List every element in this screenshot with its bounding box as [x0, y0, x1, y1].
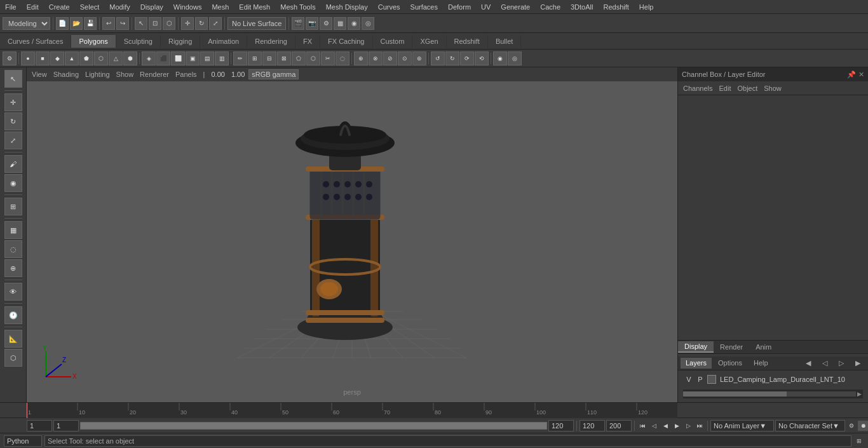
menu-surfaces[interactable]: Surfaces: [405, 2, 443, 12]
tab-animation[interactable]: Animation: [200, 35, 247, 48]
step-fwd-btn[interactable]: ▷: [683, 421, 693, 431]
tool13-icon[interactable]: ▤: [200, 51, 214, 65]
menu-cache[interactable]: Cache: [535, 2, 566, 12]
menu-uv[interactable]: UV: [476, 2, 496, 12]
vp-show-menu[interactable]: Show: [114, 71, 137, 78]
snap-grid-btn[interactable]: ▦: [4, 221, 22, 239]
tab-layers[interactable]: Layers: [681, 358, 712, 369]
step-back-btn[interactable]: ◁: [649, 421, 659, 431]
undo-btn[interactable]: ↩: [102, 17, 115, 30]
uv4-icon[interactable]: ⊙: [398, 51, 412, 65]
frame-start-field[interactable]: 1: [53, 420, 79, 431]
layer-arrow-left[interactable]: ◀: [801, 358, 816, 369]
history-btn[interactable]: 🕐: [4, 306, 22, 324]
layer-scroll-right-btn[interactable]: ▶: [856, 391, 863, 397]
python-tab[interactable]: Python: [4, 435, 42, 447]
tab-bullet[interactable]: Bullet: [488, 35, 522, 48]
tab-fx[interactable]: FX: [295, 35, 320, 48]
render-extra2-btn[interactable]: ◎: [362, 17, 374, 30]
tool11-icon[interactable]: ⬜: [171, 51, 185, 65]
bevel-icon[interactable]: ⊠: [277, 51, 291, 65]
snap-point-btn[interactable]: ⊕: [4, 259, 22, 277]
edit-menu[interactable]: Edit: [716, 85, 733, 92]
move-btn[interactable]: ✛: [181, 17, 194, 30]
soft-sel-btn[interactable]: ◉: [4, 174, 22, 192]
scale-tool-btn[interactable]: ⤢: [4, 132, 22, 149]
shape7-icon[interactable]: △: [109, 51, 123, 65]
shelf-btn[interactable]: 📐: [4, 330, 22, 348]
vp-shading-menu[interactable]: Shading: [51, 71, 81, 78]
loop-icon[interactable]: ◌: [336, 51, 349, 65]
no-anim-layer-dropdown[interactable]: No Anim Layer ▼: [710, 420, 774, 431]
shape6-icon[interactable]: ⬡: [94, 51, 108, 65]
tab-sculpting[interactable]: Sculpting: [116, 35, 161, 48]
play-back-btn[interactable]: ◀: [660, 421, 670, 431]
deform4-icon[interactable]: ⟲: [475, 51, 489, 65]
bridge-icon[interactable]: ⬠: [292, 51, 306, 65]
fill-icon[interactable]: ⬡: [306, 51, 320, 65]
render-extra-btn[interactable]: ◉: [348, 17, 360, 30]
cube-icon[interactable]: ■: [36, 51, 50, 65]
tool9-icon[interactable]: ◈: [142, 51, 156, 65]
smooth1-icon[interactable]: ◉: [493, 51, 507, 65]
tab-rigging[interactable]: Rigging: [161, 35, 200, 48]
move-tool-btn[interactable]: ✛: [4, 93, 22, 111]
cb-close-btn[interactable]: ✕: [858, 71, 864, 79]
tab-polygons[interactable]: Polygons: [71, 35, 116, 48]
tab-xgen[interactable]: XGen: [412, 35, 446, 48]
workspace-dropdown[interactable]: Modeling: [3, 17, 50, 30]
frame-end-field[interactable]: 120: [548, 420, 574, 431]
pen-icon[interactable]: ✏: [233, 51, 247, 65]
menu-generate[interactable]: Generate: [496, 2, 535, 12]
channels-menu[interactable]: Channels: [681, 85, 715, 92]
current-frame-field[interactable]: 1: [27, 420, 52, 431]
menu-curves[interactable]: Curves: [373, 2, 405, 12]
menu-mesh[interactable]: Mesh: [207, 2, 234, 12]
ipr-btn[interactable]: 📷: [306, 17, 318, 30]
deform2-icon[interactable]: ↻: [445, 51, 459, 65]
object-menu[interactable]: Object: [735, 85, 760, 92]
vp-renderer-menu[interactable]: Renderer: [137, 71, 172, 78]
auto-key-btn[interactable]: ⏺: [858, 421, 868, 431]
play-fwd-btn[interactable]: ▶: [672, 421, 682, 431]
menu-mesh-tools[interactable]: Mesh Tools: [275, 2, 320, 12]
rotate-tool-btn[interactable]: ↻: [4, 112, 22, 130]
tab-curves-surfaces[interactable]: Curves / Surfaces: [0, 35, 71, 48]
uv2-icon[interactable]: ⊗: [369, 51, 383, 65]
uv3-icon[interactable]: ⊘: [383, 51, 397, 65]
layer-v-btn[interactable]: V: [684, 376, 693, 383]
tab-render[interactable]: Render: [714, 342, 749, 352]
smooth2-icon[interactable]: ◎: [508, 51, 522, 65]
timeline-ruler[interactable]: 1 10 20 30 40 50 60 70 80 90 1: [27, 403, 677, 418]
shape8-icon[interactable]: ⬢: [123, 51, 137, 65]
render-btn[interactable]: 🎬: [292, 17, 304, 30]
frame-range-slider[interactable]: [80, 422, 547, 430]
extrude-icon[interactable]: ⊞: [248, 51, 262, 65]
menu-mesh-display[interactable]: Mesh Display: [321, 2, 373, 12]
tab-redshift[interactable]: Redshift: [447, 35, 488, 48]
layer-color[interactable]: [707, 375, 716, 384]
vp-panels-menu[interactable]: Panels: [173, 71, 200, 78]
layer-scroll-thumb[interactable]: [683, 391, 787, 397]
skip-to-end-btn[interactable]: ⏭: [695, 421, 705, 431]
open-btn[interactable]: 📂: [70, 17, 83, 30]
merge-icon[interactable]: ⊟: [262, 51, 276, 65]
redo-btn[interactable]: ↪: [116, 17, 129, 30]
vp-gamma[interactable]: sRGB gamma: [248, 69, 299, 79]
deform1-icon[interactable]: ↺: [431, 51, 445, 65]
uv1-icon[interactable]: ⊕: [354, 51, 368, 65]
menu-select[interactable]: Select: [75, 2, 105, 12]
layer-arrow-next[interactable]: ▷: [834, 358, 849, 369]
layer-scrollbar[interactable]: ▶: [683, 390, 863, 398]
show-hide-btn[interactable]: 👁: [4, 283, 22, 301]
settings-btn[interactable]: ⚙: [846, 421, 857, 431]
shape5-icon[interactable]: ⬟: [79, 51, 93, 65]
menu-redshift[interactable]: Redshift: [598, 2, 634, 12]
menu-modify[interactable]: Modify: [104, 2, 135, 12]
menu-create[interactable]: Create: [44, 2, 75, 12]
select-btn[interactable]: ↖: [135, 17, 147, 30]
render-seq-btn[interactable]: ▦: [334, 17, 346, 30]
range-end-field[interactable]: 200: [606, 420, 632, 431]
vp-view-menu[interactable]: View: [29, 71, 50, 78]
tool10-icon[interactable]: ⬛: [156, 51, 170, 65]
